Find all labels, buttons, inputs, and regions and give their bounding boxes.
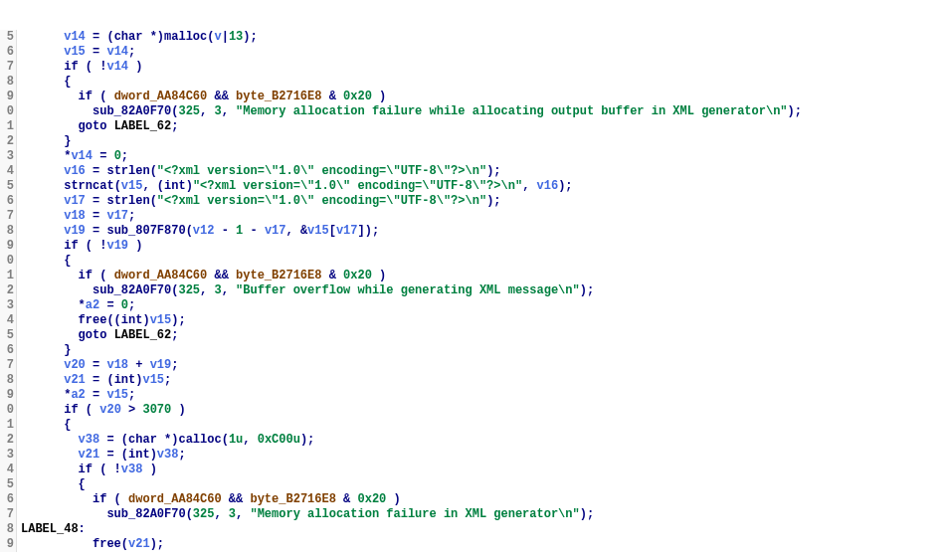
token-var: v17 — [64, 194, 86, 208]
token-func: strlen — [106, 194, 149, 208]
token-op: ( ! — [79, 60, 107, 74]
token-op: , — [522, 179, 536, 193]
token-op: ; — [128, 209, 135, 223]
code-view[interactable]: 5 v14 = (char *)malloc(v|13); 6 v15 = v1… — [0, 30, 947, 552]
line-number: 4 — [0, 313, 17, 328]
token-var: a2 — [86, 298, 99, 312]
token-kw: if — [79, 90, 93, 103]
line-number: 1 — [0, 119, 17, 134]
token-op: ) — [150, 448, 157, 462]
token-num: 1u — [229, 433, 243, 447]
token-glob: dword_AA84C60 — [114, 90, 208, 103]
token-var: v15 — [106, 388, 128, 402]
token-op: ( — [150, 194, 157, 208]
token-kw: goto — [79, 328, 107, 342]
token-str: "Memory allocation failure in XML genera… — [250, 507, 579, 521]
token-var: v — [214, 30, 221, 44]
token-num: 0 — [121, 298, 128, 312]
token-op — [106, 328, 113, 342]
line-number: 8 — [0, 522, 17, 537]
token-num: 3070 — [142, 403, 171, 417]
token-func: calloc — [178, 433, 221, 447]
token-op: ; — [178, 448, 185, 462]
token-label: LABEL_62 — [114, 119, 172, 133]
line-number: 9 — [0, 90, 17, 104]
token-op: = — [99, 298, 121, 312]
line-number: 0 — [0, 254, 17, 269]
token-op: - — [243, 224, 265, 238]
token-glob: byte_B2716E8 — [236, 269, 321, 282]
token-op: , — [243, 433, 257, 447]
line-number: 4 — [0, 463, 17, 477]
token-op: ); — [300, 433, 314, 447]
token-op: ); — [243, 30, 257, 44]
token-op: ( — [121, 537, 128, 551]
token-var: v18 — [106, 358, 128, 372]
token-num: 3 — [229, 507, 236, 521]
token-op: { — [64, 254, 71, 268]
token-num: 325 — [178, 104, 200, 118]
token-type: int — [128, 448, 150, 462]
token-op: , — [200, 104, 214, 118]
token-num: 3 — [214, 104, 221, 118]
token-num: 325 — [193, 507, 215, 521]
line-number: 6 — [0, 194, 17, 209]
token-op: ) — [128, 60, 142, 74]
line-number: 9 — [0, 239, 17, 254]
token-op: = — [86, 194, 107, 208]
token-op: ( ! — [79, 239, 107, 253]
line-number: 7 — [0, 209, 17, 224]
token-op: && — [207, 90, 236, 103]
token-op: , ( — [142, 179, 164, 193]
token-op: } — [64, 343, 71, 357]
token-op: ( — [114, 179, 121, 193]
token-type: char — [128, 433, 157, 447]
line-number: 0 — [0, 104, 17, 119]
token-var: v38 — [157, 448, 179, 462]
line-number: 1 — [0, 418, 17, 433]
token-op: ) — [186, 179, 193, 193]
token-str: "<?xml version=\"1.0\" encoding=\"UTF-8\… — [193, 179, 522, 193]
token-func: sub_82A0F70 — [93, 104, 171, 118]
token-op: ) — [386, 492, 400, 506]
token-op: = ( — [99, 433, 128, 447]
token-var: v14 — [71, 149, 93, 163]
token-var: v17 — [106, 209, 128, 223]
token-op: = — [86, 388, 107, 402]
line-number: 5 — [0, 30, 17, 45]
token-kw: if — [64, 403, 78, 417]
token-glob: dword_AA84C60 — [114, 269, 208, 282]
token-op: * — [79, 298, 86, 312]
token-op: & — [321, 90, 343, 103]
token-op: > — [121, 403, 143, 417]
token-var: v21 — [64, 373, 86, 387]
token-op: , — [222, 104, 236, 118]
line-number: 5 — [0, 477, 17, 492]
line-number: 8 — [0, 373, 17, 388]
token-type: int — [114, 373, 136, 387]
token-op: ( ! — [93, 463, 121, 476]
token-op: ( — [106, 492, 128, 506]
token-op: = ( — [99, 448, 128, 462]
line-number: 3 — [0, 448, 17, 463]
token-op: ; — [128, 45, 135, 59]
token-op: = ( — [86, 30, 114, 44]
token-kw: if — [64, 239, 78, 253]
token-num: 3 — [214, 283, 221, 297]
token-func: free — [93, 537, 121, 551]
token-kw: goto — [79, 119, 107, 133]
token-op: = — [86, 164, 107, 178]
token-op: , — [214, 507, 228, 521]
line-number: 9 — [0, 388, 17, 403]
line-number: 0 — [0, 403, 17, 418]
token-op: ; — [171, 328, 178, 342]
token-var: v14 — [106, 60, 128, 74]
token-op: = — [86, 45, 107, 59]
token-str: "<?xml version=\"1.0\" encoding=\"UTF-8\… — [157, 164, 486, 178]
token-op: ); — [486, 164, 500, 178]
token-str: "Memory allocation failure while allocat… — [236, 104, 788, 118]
token-var: v21 — [79, 448, 100, 462]
line-number: 5 — [0, 179, 17, 194]
token-var: v15 — [307, 224, 329, 238]
token-op: ); — [558, 179, 572, 193]
